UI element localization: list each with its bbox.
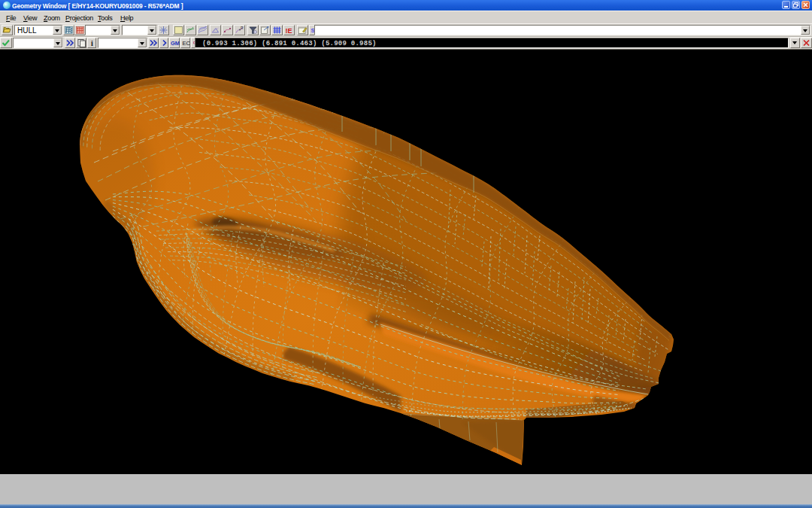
svg-text:i: i xyxy=(91,39,93,47)
svg-text:!E: !E xyxy=(286,27,292,35)
svg-text:GM: GM xyxy=(171,40,180,47)
svg-text:EC: EC xyxy=(183,40,191,47)
svg-text:R: R xyxy=(241,26,244,30)
